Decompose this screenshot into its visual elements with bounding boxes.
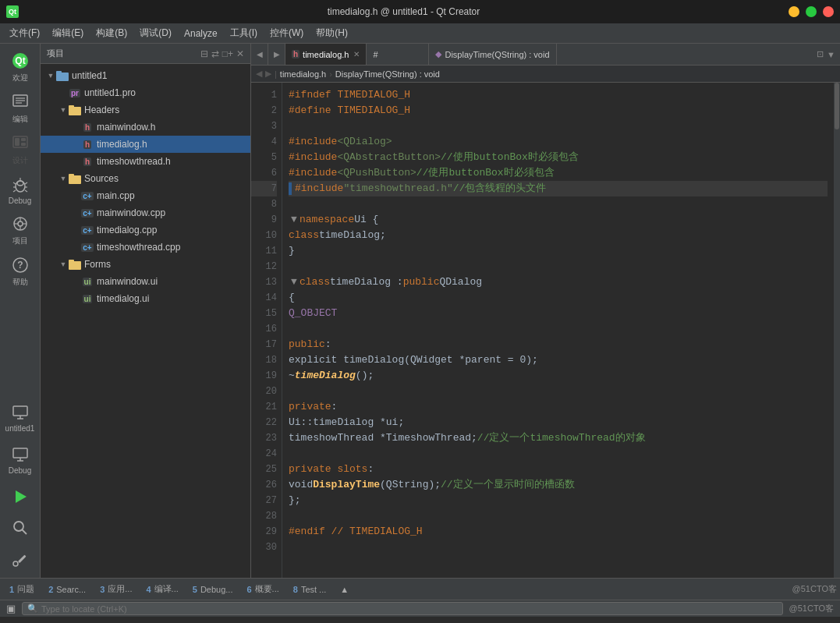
code-token: public [289,337,325,352]
code-token: QDialog [439,274,482,290]
sidebar-item-edit[interactable]: 编辑 [0,88,41,129]
search-button[interactable] [0,514,41,542]
menu-edit[interactable]: 编辑(E) [46,25,90,41]
breadcrumb-nav-right[interactable]: ▶ [265,69,271,79]
maximize-button[interactable]: ▢ [806,6,817,17]
tab-hash-label: # [373,50,377,59]
code-token: class [289,228,319,243]
tree-arrow: ▼ [58,260,69,268]
sidebar-item-project[interactable]: 项目 [0,210,41,251]
build-button[interactable] [0,545,41,573]
code-line: #include <QAbstractButton> //使用buttonBox… [289,150,828,165]
code-token: #include [295,181,343,196]
tree-item-Headers[interactable]: ▼Headers [41,101,250,119]
sidebar-item-help[interactable]: ? 帮助 [0,251,41,292]
menu-analyze[interactable]: Analyze [178,27,224,41]
bottom-tab-more[interactable]: ▲ [334,581,355,598]
tree-item-label: untitled1.pro [84,87,247,98]
tree-item-mainwindow-cpp[interactable]: c+mainwindow.cpp [41,204,250,221]
tree-item-main-cpp[interactable]: c+main.cpp [41,187,250,204]
menu-controls[interactable]: 控件(W) [264,25,310,41]
code-line: private: [289,399,828,415]
menu-file[interactable]: 文件(F) [3,25,46,41]
code-token: private [289,399,331,415]
bottom-tab-Searc[interactable]: 2Searc... [42,581,92,598]
code-content[interactable]: #ifndef TIMEDIALOG_H#define TIMEDIALOG_H… [282,83,834,578]
code-token: #define TIMEDIALOG_H [289,103,410,119]
sidebar-item-debug[interactable]: Debug [0,171,41,210]
code-token: //包含线程的头文件 [453,181,547,196]
sidebar-item-welcome[interactable]: Qt 欢迎 [0,47,41,88]
close-button[interactable]: ✕ [823,6,834,17]
sidebar-item-debug-bottom[interactable]: Debug [0,441,41,480]
split-icon[interactable]: ⊡ [817,49,824,59]
search-box[interactable]: 🔍 [22,602,783,615]
run-button[interactable] [0,483,41,511]
tree-item-untitled1-pro[interactable]: pruntitled1.pro [41,84,250,101]
search-input[interactable] [41,604,135,614]
bottom-tab-应用[interactable]: 3应用... [94,581,138,598]
cpp-file-icon: c+ [81,207,94,219]
tab-nav-right[interactable]: ▶ [268,44,285,65]
build-icon [11,550,30,568]
bottom-tab-Test [interactable]: 8Test ... [287,581,333,598]
bottom-tab-编译[interactable]: 4编译... [140,581,184,598]
add-icon[interactable]: □+ [222,48,233,59]
sidebar-item-design[interactable]: 设计 [0,129,41,171]
bottom-tab-概要[interactable]: 6概要... [240,581,285,598]
menu-tools[interactable]: 工具(I) [224,25,264,41]
breadcrumb-nav-left[interactable]: ◀ [256,69,262,79]
tab-arrow-icon[interactable]: ▼ [827,50,835,59]
tab-displaytime[interactable]: ◆ DisplayTime(QString) : void [429,44,556,65]
scroll-bar[interactable] [834,83,840,578]
help-icon: ? [11,256,30,274]
menu-help[interactable]: 帮助(H) [310,25,354,41]
window-controls: – ▢ ✕ [789,6,834,17]
close-panel-icon[interactable]: ✕ [236,48,244,59]
collapse-arrow-icon[interactable]: ▼ [289,212,299,228]
tab-timedialog-h[interactable]: h timedialog.h ✕ [285,44,367,65]
tab-hash[interactable]: # [367,44,429,65]
tree-item-timeshowthread-h[interactable]: htimeshowthread.h [41,153,250,170]
tree-item-label: mainwindow.cpp [97,207,247,218]
code-line [289,508,828,524]
bottom-tab-问题[interactable]: 1问题 [3,581,41,598]
menu-debug[interactable]: 调试(D) [133,25,178,41]
scroll-thumb[interactable] [835,83,839,129]
tree-item-Forms[interactable]: ▼Forms [41,256,250,273]
collapse-arrow-icon[interactable]: ▼ [289,274,299,290]
filter-icon[interactable]: ⊟ [200,48,208,59]
tab-close-button[interactable]: ✕ [353,50,360,58]
line-number: 20 [251,384,277,399]
panel-header-left: 项目 [47,48,64,59]
code-token: timeDialog : [330,274,403,290]
tab-label-timedialog: timedialog.h [303,50,349,59]
menu-build[interactable]: 构建(B) [90,25,133,41]
code-line [289,540,828,555]
tree-item-timeshowthread-cpp[interactable]: c+timeshowthread.cpp [41,239,250,256]
code-token: private slots [289,462,367,477]
project-icon [11,214,30,233]
main-layout: Qt 欢迎 编辑 [0,44,840,578]
sync-icon[interactable]: ⇄ [211,48,219,59]
code-token: <QDialog> [337,134,392,150]
design-label: 设计 [12,155,28,166]
code-line [289,446,828,462]
tree-item-timedialog-cpp[interactable]: c+timedialog.cpp [41,221,250,239]
tree-item-mainwindow-ui[interactable]: uimainwindow.ui [41,273,250,290]
line-number: 3 [251,119,277,134]
tab-number: 1 [9,585,14,594]
sidebar-item-untitled1[interactable]: untitled1 [0,398,41,437]
minimize-button[interactable]: – [789,6,799,17]
panel-title: 项目 [47,48,64,59]
tree-item-mainwindow-h[interactable]: hmainwindow.h [41,119,250,136]
tab-nav-left[interactable]: ◀ [251,44,268,65]
tree-item-timedialog-h[interactable]: htimedialog.h [41,136,250,153]
tab-label: Debug... [200,585,233,594]
code-token: (); [356,368,374,384]
tree-item-timedialog-ui[interactable]: uitimedialog.ui [41,290,250,307]
tab-right-icons: ⊡ ▼ [812,44,840,65]
tree-item-Sources[interactable]: ▼Sources [41,170,250,187]
tree-item-untitled1[interactable]: ▼untitled1 [41,67,250,84]
bottom-tab-Debug[interactable]: 5Debug... [186,581,239,598]
